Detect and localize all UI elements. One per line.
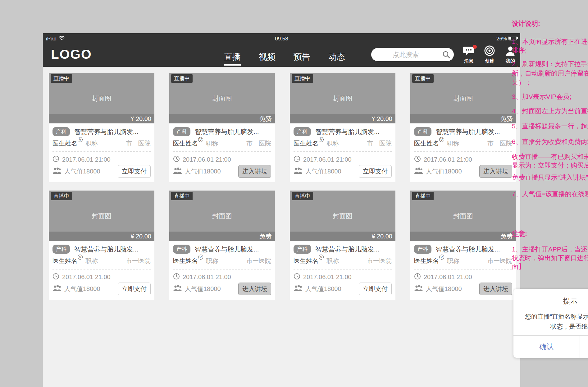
group-icon <box>294 167 303 176</box>
job-title: 职称 <box>85 139 98 148</box>
messages-label: 消息 <box>464 58 473 64</box>
tab-live[interactable]: 直播 <box>224 51 241 66</box>
app-header: iPad 09:58 26% <box>43 33 520 67</box>
popularity-label: 人气值18000 <box>426 167 462 176</box>
clock-icon <box>294 273 300 281</box>
live-badge: 直播中 <box>292 192 313 200</box>
cover-image: 直播中 封面图 ¥ 20.00 <box>49 73 154 123</box>
group-icon <box>52 167 62 176</box>
vip-badge-icon: V <box>78 255 83 260</box>
annotation-line: 7、人气值=该直播的在线观看 <box>512 190 588 198</box>
annotation-line: 1、本页面显示所有正在进行 <box>512 37 588 46</box>
card-body: 产科 智慧营养与胎儿脑发... 医生姓名 V 职称 市一医院 2017.06.0… <box>49 241 154 300</box>
card-action-button[interactable]: 立即支付 <box>359 283 392 295</box>
dashed-divider <box>294 269 392 270</box>
clock-icon <box>52 155 59 164</box>
clock-icon <box>294 155 300 164</box>
tab-video[interactable]: 视频 <box>259 51 276 66</box>
popularity-label: 人气值18000 <box>64 167 100 176</box>
design-notes-heading: 设计说明: <box>512 19 540 28</box>
live-card[interactable]: 直播中 封面图 ¥ 20.00 产科 智慧营养与胎儿脑发... 医生姓名 V 职… <box>290 73 395 182</box>
card-action-button[interactable]: 立即支付 <box>359 165 392 178</box>
hospital-name: 市一医院 <box>367 139 392 148</box>
cover-placeholder-label: 封面图 <box>49 94 154 103</box>
live-card[interactable]: 直播中 封面图 ¥ 20.00 产科 智慧营养与胎儿脑发... 医生姓名 V 职… <box>290 191 395 300</box>
card-title: 智慧营养与胎儿脑发... <box>315 245 380 254</box>
annotation-line: 1、主播打开APP后，当还有 <box>512 245 588 254</box>
card-action-button[interactable]: 进入讲坛 <box>238 165 271 178</box>
price-strip: ¥ 20.00 <box>49 232 154 241</box>
dashed-divider <box>52 151 151 152</box>
live-card[interactable]: 直播中 封面图 免费 产科 智慧营养与胎儿脑发... 医生姓名 V 职称 市一医… <box>169 73 275 182</box>
live-badge: 直播中 <box>412 192 434 200</box>
price-strip: 免费 <box>410 114 516 123</box>
doctor-name: 医生姓名 <box>414 139 439 148</box>
dashed-divider <box>173 151 271 152</box>
live-badge: 直播中 <box>51 74 72 83</box>
job-title: 职称 <box>206 139 218 148</box>
datetime-label: 2017.06.01 21:00 <box>183 156 231 163</box>
annotation-line: 新，自动刷新的用户停留在原 <box>512 69 588 78</box>
card-body: 产科 智慧营养与胎儿脑发... 医生姓名 V 职称 市一医院 2017.06.0… <box>410 241 516 300</box>
hospital-name: 市一医院 <box>487 257 512 265</box>
dialog-body-line: 您的直播“直播名称显示 <box>525 312 588 321</box>
live-card[interactable]: 直播中 封面图 ¥ 20.00 产科 智慧营养与胎儿脑发... 医生姓名 V 职… <box>49 191 154 300</box>
doctor-name: 医生姓名 <box>414 257 439 265</box>
hospital-name: 市一医院 <box>367 257 392 265</box>
clock-icon <box>173 155 180 164</box>
live-card[interactable]: 直播中 封面图 免费 产科 智慧营养与胎儿脑发... 医生姓名 V 职称 市一医… <box>410 191 516 300</box>
time-label: 09:58 <box>43 36 520 42</box>
annotation-line: 3、加V表示VIP会员; <box>512 92 571 101</box>
doctor-name: 医生姓名 <box>52 139 77 148</box>
annotation-line: 排序; <box>512 46 527 55</box>
hospital-name: 市一医院 <box>246 139 271 148</box>
search-icon[interactable] <box>442 50 450 60</box>
header-actions: 消息 创建 <box>462 46 517 64</box>
category-tag: 产科 <box>173 245 190 254</box>
dialog-body-line: 状态，是否继续 <box>550 322 588 331</box>
vip-badge-icon: V <box>439 255 444 260</box>
card-title: 智慧营养与胎儿脑发... <box>315 127 380 136</box>
live-card[interactable]: 直播中 封面图 免费 产科 智慧营养与胎儿脑发... 医生姓名 V 职称 市一医… <box>169 191 275 300</box>
action-create[interactable]: 创建 <box>482 46 497 64</box>
doctor-name: 医生姓名 <box>173 257 198 265</box>
card-action-button[interactable]: 立即支付 <box>118 283 151 295</box>
tab-feed[interactable]: 动态 <box>328 51 345 66</box>
price-strip: ¥ 20.00 <box>290 114 395 123</box>
action-messages[interactable]: 消息 <box>462 46 476 64</box>
cover-image: 直播中 封面图 ¥ 20.00 <box>290 191 395 241</box>
datetime-label: 2017.06.01 21:00 <box>303 274 352 281</box>
price-strip: 免费 <box>169 232 275 241</box>
card-body: 产科 智慧营养与胎儿脑发... 医生姓名 V 职称 市一医院 2017.06.0… <box>169 241 275 300</box>
cover-image: 直播中 封面图 ¥ 20.00 <box>290 73 395 123</box>
category-tag: 产科 <box>294 127 311 136</box>
dashed-divider <box>414 269 512 270</box>
live-badge: 直播中 <box>412 74 434 83</box>
group-icon <box>414 167 423 176</box>
card-action-button[interactable]: 进入讲坛 <box>479 283 512 295</box>
job-title: 职称 <box>85 257 98 265</box>
vip-badge-icon: V <box>319 255 324 260</box>
dialog-button-divider <box>580 336 580 358</box>
live-card[interactable]: 直播中 封面图 免费 产科 智慧营养与胎儿脑发... 医生姓名 V 职称 市一医… <box>410 73 516 182</box>
group-icon <box>52 285 62 293</box>
cover-placeholder-label: 封面图 <box>290 94 395 103</box>
annotation-line: 6、直播分为收费和免费两种 <box>512 137 588 146</box>
confirm-button[interactable]: 确认 <box>513 336 580 358</box>
logo: LOGO <box>51 47 92 62</box>
annotation-line: 收费直播——有已购买和未购 <box>512 152 588 161</box>
cover-image: 直播中 封面图 免费 <box>169 191 275 241</box>
tab-preview[interactable]: 预告 <box>294 51 310 66</box>
category-tag: 产科 <box>173 127 190 136</box>
doctor-name: 医生姓名 <box>52 257 77 265</box>
card-action-button[interactable]: 进入讲坛 <box>238 283 271 295</box>
ipad-screen: iPad 09:58 26% <box>43 33 520 387</box>
cover-placeholder-label: 封面图 <box>169 212 275 220</box>
datetime-label: 2017.06.01 21:00 <box>424 274 472 281</box>
card-action-button[interactable]: 立即支付 <box>118 165 151 178</box>
search-input[interactable] <box>371 48 454 61</box>
dashed-divider <box>173 269 271 270</box>
datetime-label: 2017.06.01 21:00 <box>303 156 352 163</box>
card-action-button[interactable]: 进入讲坛 <box>479 165 512 178</box>
live-card[interactable]: 直播中 封面图 ¥ 20.00 产科 智慧营养与胎儿脑发... 医生姓名 V 职… <box>49 73 154 182</box>
